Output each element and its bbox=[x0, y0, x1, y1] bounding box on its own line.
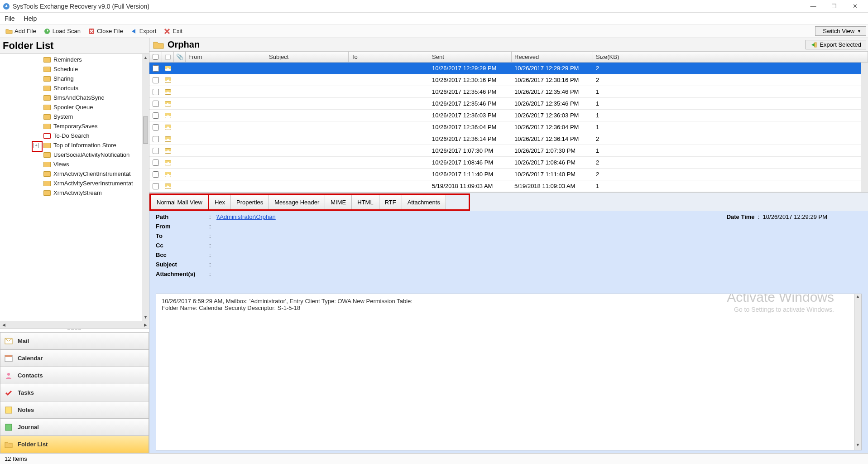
folder-item[interactable]: Shortcuts bbox=[0, 83, 142, 93]
nav-item-notes[interactable]: Notes bbox=[0, 401, 149, 419]
close-button[interactable]: ✕ bbox=[844, 0, 865, 13]
menu-help[interactable]: Help bbox=[24, 15, 37, 22]
scroll-down-icon[interactable]: ▼ bbox=[854, 443, 861, 450]
tab-properties[interactable]: Properties bbox=[231, 195, 269, 209]
folder-label: Spooler Queue bbox=[53, 104, 93, 111]
folder-item[interactable]: Views bbox=[0, 160, 142, 169]
nav-item-mail[interactable]: Mail bbox=[0, 333, 149, 350]
folder-tree[interactable]: RemindersScheduleSharingShortcutsSmsAndC… bbox=[0, 54, 142, 321]
mail-row[interactable]: 5/19/2018 11:09:03 AM5/19/2018 11:09:03 … bbox=[149, 180, 868, 192]
folder-item[interactable]: XrmActivityServerInstrumentat bbox=[0, 179, 142, 188]
col-checkbox[interactable] bbox=[149, 52, 162, 62]
export-button[interactable]: Export bbox=[127, 27, 160, 36]
row-checkbox[interactable] bbox=[153, 65, 159, 72]
row-checkbox[interactable] bbox=[153, 160, 159, 166]
export-selected-button[interactable]: Export Selected bbox=[806, 40, 866, 49]
load-scan-button[interactable]: Load Scan bbox=[40, 27, 84, 36]
tree-hscrollbar[interactable]: ◀ ▶ bbox=[0, 321, 149, 328]
row-checkbox[interactable] bbox=[153, 124, 159, 130]
row-checkbox[interactable] bbox=[153, 171, 159, 178]
col-sent[interactable]: Sent bbox=[429, 52, 512, 62]
col-from[interactable]: From bbox=[186, 52, 266, 62]
col-size[interactable]: Size(KB) bbox=[593, 52, 868, 62]
message-body[interactable]: Activate Windows Go to Settings to activ… bbox=[156, 294, 862, 450]
load-scan-label: Load Scan bbox=[53, 28, 81, 34]
scroll-down-icon[interactable]: ▼ bbox=[142, 314, 149, 321]
tab-hex[interactable]: Hex bbox=[209, 195, 231, 209]
tab-message-header[interactable]: Message Header bbox=[269, 195, 325, 209]
folder-item[interactable]: Spooler Queue bbox=[0, 102, 142, 112]
tab-normal-mail-view[interactable]: Normal Mail View bbox=[151, 195, 209, 209]
grid-vscrollbar[interactable] bbox=[861, 63, 868, 192]
row-checkbox[interactable] bbox=[153, 77, 159, 83]
nav-item-contacts[interactable]: Contacts bbox=[0, 367, 149, 384]
bcc-label: Bcc bbox=[156, 251, 206, 258]
mail-row[interactable]: 10/26/2017 1:07:30 PM10/26/2017 1:07:30 … bbox=[149, 145, 868, 157]
folder-item[interactable]: TemporarySaves bbox=[0, 121, 142, 131]
row-checkbox[interactable] bbox=[153, 136, 159, 142]
notes-icon bbox=[4, 406, 13, 415]
svg-rect-11 bbox=[815, 43, 816, 47]
tab-mime[interactable]: MIME bbox=[325, 195, 352, 209]
folder-item[interactable]: Schedule bbox=[0, 64, 142, 74]
add-file-button[interactable]: Add File bbox=[2, 27, 40, 36]
row-checkbox[interactable] bbox=[153, 148, 159, 154]
exit-button[interactable]: Exit bbox=[160, 27, 186, 36]
col-attachment[interactable]: 📎 bbox=[174, 52, 186, 62]
mail-icon bbox=[165, 160, 171, 165]
tab-attachments[interactable]: Attachments bbox=[402, 195, 446, 209]
nav-item-calendar[interactable]: Calendar bbox=[0, 350, 149, 367]
scroll-up-icon[interactable]: ▲ bbox=[142, 54, 149, 61]
expand-icon[interactable]: + bbox=[34, 143, 39, 148]
mail-row[interactable]: 10/26/2017 12:36:03 PM10/26/2017 12:36:0… bbox=[149, 110, 868, 121]
mail-row[interactable]: 10/26/2017 12:36:14 PM10/26/2017 12:36:1… bbox=[149, 133, 868, 145]
folder-item[interactable]: Sharing bbox=[0, 74, 142, 83]
folder-item[interactable]: UserSocialActivityNotification bbox=[0, 150, 142, 160]
export-selected-label: Export Selected bbox=[820, 41, 861, 48]
nav-grip[interactable]: ┄┄┄┄ bbox=[0, 329, 149, 332]
folder-item[interactable]: System bbox=[0, 112, 142, 121]
nav-item-folder-list[interactable]: Folder List bbox=[0, 436, 149, 453]
folder-icon bbox=[43, 190, 51, 196]
scroll-right-icon[interactable]: ▶ bbox=[142, 323, 149, 327]
close-file-button[interactable]: Close File bbox=[84, 27, 127, 36]
path-value[interactable]: \\Administrator\Orphan bbox=[216, 213, 276, 220]
folder-item[interactable]: XrmActivityStream bbox=[0, 188, 142, 198]
folder-icon bbox=[43, 133, 51, 139]
mail-row[interactable]: 10/26/2017 12:35:46 PM10/26/2017 12:35:4… bbox=[149, 98, 868, 110]
mail-row[interactable]: 10/26/2017 12:35:46 PM10/26/2017 12:35:4… bbox=[149, 86, 868, 98]
exit-icon bbox=[163, 28, 171, 35]
scroll-left-icon[interactable]: ◀ bbox=[0, 323, 7, 327]
row-checkbox[interactable] bbox=[153, 112, 159, 119]
tree-vscrollbar[interactable]: ▲ ▼ bbox=[142, 54, 149, 321]
col-to[interactable]: To bbox=[349, 52, 429, 62]
col-icon[interactable] bbox=[162, 52, 174, 62]
menu-file[interactable]: File bbox=[5, 15, 15, 22]
switch-view-label: Switch View bbox=[823, 28, 854, 34]
row-checkbox[interactable] bbox=[153, 101, 159, 107]
col-received[interactable]: Received bbox=[512, 52, 593, 62]
scroll-thumb[interactable] bbox=[143, 116, 148, 144]
folder-item[interactable]: To-Do Search bbox=[0, 131, 142, 140]
row-checkbox[interactable] bbox=[153, 89, 159, 95]
mail-row[interactable]: 10/26/2017 12:30:16 PM10/26/2017 12:30:1… bbox=[149, 74, 868, 86]
tab-html[interactable]: HTML bbox=[352, 195, 379, 209]
nav-item-tasks[interactable]: Tasks bbox=[0, 384, 149, 401]
folder-item[interactable]: SmsAndChatsSync bbox=[0, 93, 142, 102]
col-subject[interactable]: Subject bbox=[266, 52, 349, 62]
folder-item[interactable]: Reminders bbox=[0, 55, 142, 64]
minimize-button[interactable]: — bbox=[803, 0, 824, 13]
mail-row[interactable]: 10/26/2017 1:11:40 PM10/26/2017 1:11:40 … bbox=[149, 169, 868, 180]
folder-item[interactable]: XrmActivityClientInstrumentat bbox=[0, 169, 142, 179]
mail-row[interactable]: 10/26/2017 1:08:46 PM10/26/2017 1:08:46 … bbox=[149, 157, 868, 169]
tab-rtf[interactable]: RTF bbox=[379, 195, 402, 209]
mail-row[interactable]: 10/26/2017 12:36:04 PM10/26/2017 12:36:0… bbox=[149, 121, 868, 133]
switch-view-button[interactable]: Switch View ▼ bbox=[815, 26, 866, 36]
folder-item[interactable]: +Top of Information Store bbox=[0, 140, 142, 150]
maximize-button[interactable]: ☐ bbox=[824, 0, 844, 13]
row-checkbox[interactable] bbox=[153, 183, 159, 189]
nav-item-journal[interactable]: Journal bbox=[0, 419, 149, 436]
body-vscrollbar[interactable]: ▲ ▼ bbox=[854, 294, 861, 450]
mail-row[interactable]: 10/26/2017 12:29:29 PM10/26/2017 12:29:2… bbox=[149, 63, 868, 74]
content-title: Orphan bbox=[168, 39, 806, 50]
